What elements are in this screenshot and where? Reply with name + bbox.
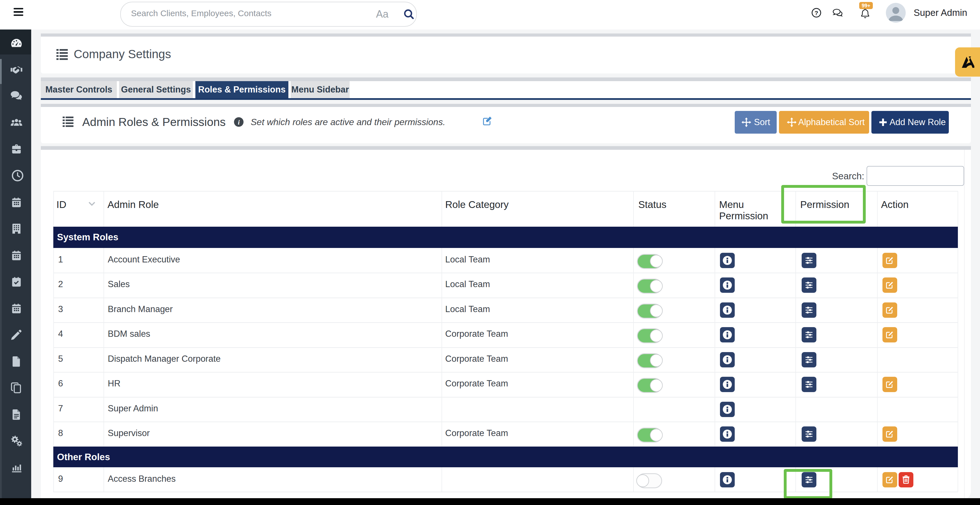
svg-text:?: ? (815, 10, 818, 16)
svg-text:i: i (238, 119, 240, 126)
